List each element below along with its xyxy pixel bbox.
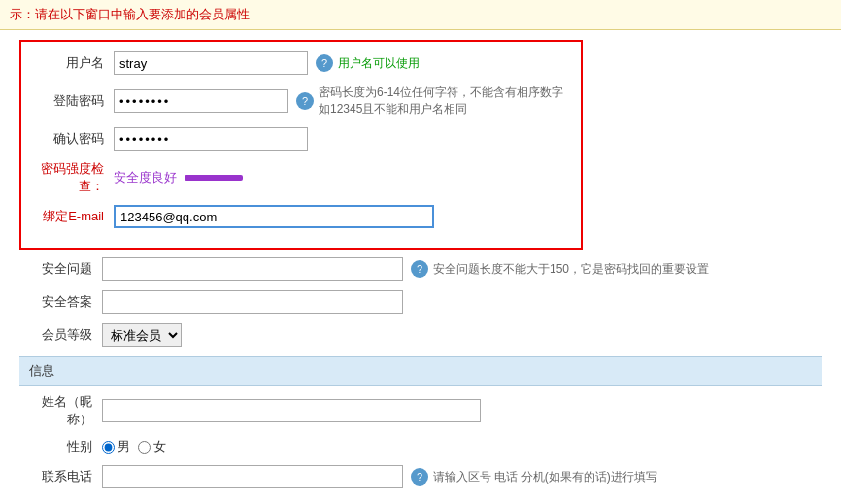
username-label: 用户名 [31,54,114,72]
phone-hint-text: 请输入区号 电话 分机(如果有的话)进行填写 [433,469,657,486]
gender-male-radio[interactable] [102,441,115,454]
strength-bar-wrap: 安全度良好 [114,169,243,186]
confirm-label: 确认密码 [31,130,114,148]
gender-female-text: 女 [153,438,166,455]
name-label: 姓名（昵称） [19,393,102,428]
strength-text: 安全度良好 [114,169,177,186]
security-answer-row: 安全答案 [19,290,822,314]
gender-label: 性别 [19,438,102,455]
confirm-password-row: 确认密码 [31,127,566,151]
email-input[interactable] [114,205,434,228]
username-input[interactable] [114,51,308,75]
password-label: 登陆密码 [31,92,114,110]
security-question-hint-block: ? 安全问题长度不能大于150，它是密码找回的重要设置 [411,260,709,278]
strength-bar [185,175,243,181]
security-question-input[interactable] [102,257,403,281]
phone-label: 联系电话 [19,468,102,486]
confirm-password-input[interactable] [114,127,308,151]
username-hint-text: 用户名可以使用 [338,55,420,72]
gender-radio-group: 男 女 [102,438,166,455]
strength-row: 密码强度检查： 安全度良好 [31,160,566,195]
gender-female-radio[interactable] [138,441,151,454]
security-question-hint-text: 安全问题长度不能大于150，它是密码找回的重要设置 [433,261,709,278]
notice-text: 示：请在以下窗口中输入要添加的会员属性 [10,7,250,21]
name-input[interactable] [102,399,481,422]
strength-label: 密码强度检查： [31,160,114,195]
phone-hint-block: ? 请输入区号 电话 分机(如果有的话)进行填写 [411,468,657,486]
email-row: 绑定E-mail [31,205,566,228]
phone-hint-icon: ? [411,468,428,486]
security-question-label: 安全问题 [19,260,102,278]
member-level-select[interactable]: 标准会员 高级会员 VIP会员 [102,323,182,347]
notice-bar: 示：请在以下窗口中输入要添加的会员属性 [0,0,841,30]
section-info-text: 信息 [29,363,54,378]
username-hint-block: ? 用户名可以使用 [316,54,420,72]
member-level-row: 会员等级 标准会员 高级会员 VIP会员 [19,323,822,347]
name-row: 姓名（昵称） [19,393,822,428]
gender-male-label[interactable]: 男 [102,438,130,455]
member-level-label: 会员等级 [19,326,102,344]
gender-row: 性别 男 女 [19,438,822,455]
form-container: 用户名 ? 用户名可以使用 登陆密码 ? 密码长度为6-14位任何字符，不能含有… [0,30,841,504]
password-input[interactable] [114,89,288,113]
password-row: 登陆密码 ? 密码长度为6-14位任何字符，不能含有相序数字如12345且不能和… [31,84,566,118]
section-info-header: 信息 [19,356,822,386]
username-row: 用户名 ? 用户名可以使用 [31,51,566,75]
gender-female-label[interactable]: 女 [138,438,166,455]
security-answer-input[interactable] [102,290,403,314]
password-hint-text: 密码长度为6-14位任何字符，不能含有相序数字如12345且不能和用户名相同 [319,84,566,118]
email-label: 绑定E-mail [31,208,114,225]
required-fields-box: 用户名 ? 用户名可以使用 登陆密码 ? 密码长度为6-14位任何字符，不能含有… [19,40,583,250]
phone-input[interactable] [102,465,403,488]
security-question-hint-icon: ? [411,260,428,278]
password-hint-icon: ? [296,92,314,110]
security-question-row: 安全问题 ? 安全问题长度不能大于150，它是密码找回的重要设置 [19,257,822,281]
gender-male-text: 男 [118,438,130,455]
username-hint-icon: ? [316,54,333,72]
phone-row: 联系电话 ? 请输入区号 电话 分机(如果有的话)进行填写 [19,465,822,488]
password-hint-block: ? 密码长度为6-14位任何字符，不能含有相序数字如12345且不能和用户名相同 [296,84,566,118]
security-answer-label: 安全答案 [19,293,102,311]
